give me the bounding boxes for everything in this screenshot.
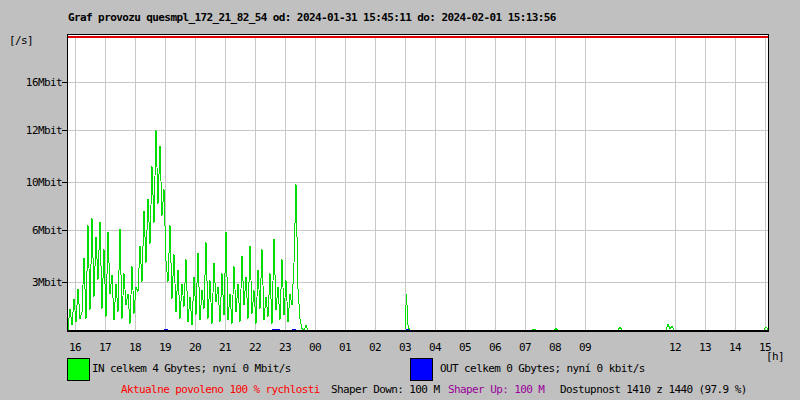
y-tick-mark <box>62 82 68 83</box>
x-tick-label: 20 <box>183 341 207 354</box>
x-tick-label: 01 <box>333 341 357 354</box>
in-legend-swatch <box>67 358 90 381</box>
x-tick-label: 12 <box>663 341 687 354</box>
x-tick-label: 14 <box>723 341 747 354</box>
y-tick-label: 6Mbit <box>4 224 62 237</box>
out-legend-swatch <box>410 358 433 381</box>
y-tick-label: 10Mbit <box>4 176 62 189</box>
shaper-up-label: Shaper Up: 100 M <box>448 383 544 396</box>
plot-canvas <box>68 35 768 330</box>
availability-label: Dostupnost 1410 z 1440 (97.9 %) <box>560 383 747 396</box>
x-tick-label: 22 <box>243 341 267 354</box>
y-tick-mark <box>62 282 68 283</box>
x-tick-label: 06 <box>483 341 507 354</box>
x-tick-label: 18 <box>123 341 147 354</box>
x-tick-label: 21 <box>213 341 237 354</box>
y-tick-mark <box>62 130 68 131</box>
x-tick-label: 04 <box>423 341 447 354</box>
x-tick-label: 19 <box>153 341 177 354</box>
graph-title: Graf provozu quesmpl_172_21_82_54 od: 20… <box>68 11 556 24</box>
in-legend-label: IN celkem 4 Gbytes; nyní 0 Mbit/s <box>92 362 291 375</box>
x-tick-label: 05 <box>453 341 477 354</box>
y-tick-label: 3Mbit <box>4 276 62 289</box>
allowed-speed-label: Aktualne povoleno 100 % rychlosti <box>121 383 320 396</box>
y-axis-unit-label: [/s] <box>9 34 33 47</box>
x-tick-label: 00 <box>303 341 327 354</box>
plot-area <box>67 34 769 332</box>
x-tick-label: 08 <box>543 341 567 354</box>
traffic-graph-page: Graf provozu quesmpl_172_21_82_54 od: 20… <box>0 0 800 400</box>
x-tick-label: 07 <box>513 341 537 354</box>
x-tick-label: 23 <box>273 341 297 354</box>
x-tick-label: 13 <box>693 341 717 354</box>
x-tick-label: 17 <box>93 341 117 354</box>
y-tick-label: 16Mbit <box>4 76 62 89</box>
x-tick-label: 16 <box>63 341 87 354</box>
y-tick-mark <box>62 182 68 183</box>
shaper-down-label: Shaper Down: 100 M <box>331 383 439 396</box>
y-tick-label: 12Mbit <box>4 124 62 137</box>
x-tick-label: 09 <box>573 341 597 354</box>
out-legend-label: OUT celkem 0 Gbytes; nyní 0 kbit/s <box>440 362 645 375</box>
x-tick-label: 02 <box>363 341 387 354</box>
y-tick-mark <box>62 230 68 231</box>
x-tick-label: 03 <box>393 341 417 354</box>
x-axis-unit-label: [h] <box>766 350 784 363</box>
